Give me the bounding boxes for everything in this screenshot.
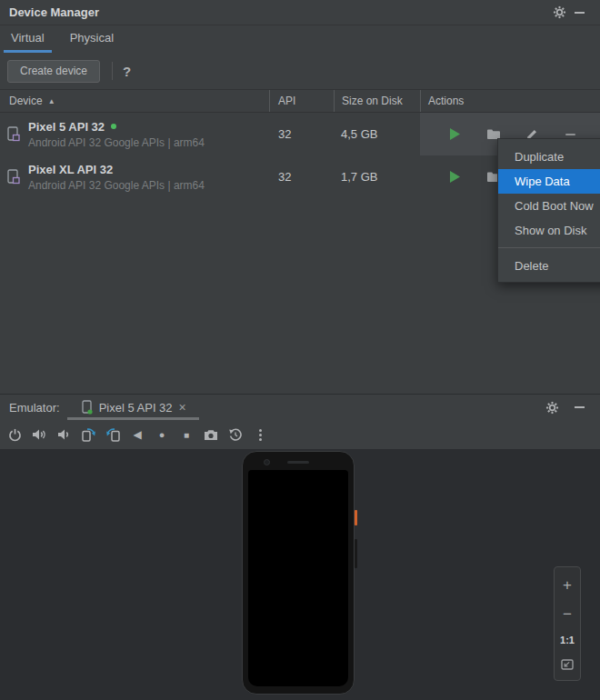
device-table-header: Device ▲ API Size on Disk Actions (0, 89, 600, 113)
zoom-in-button[interactable]: + (563, 577, 572, 593)
device-name: Pixel 5 API 32 (28, 120, 105, 134)
tab-physical-label: Physical (70, 31, 114, 45)
size-cell: 1,7 GB (334, 155, 420, 198)
create-device-button[interactable]: Create device (7, 60, 100, 83)
emulator-panel: Emulator: Pixel 5 API 32 × (0, 394, 600, 700)
device-text: Pixel XL API 32 Android API 32 Google AP… (28, 163, 205, 192)
menu-item-duplicate[interactable]: Duplicate (498, 145, 600, 169)
overview-icon: ■ (184, 430, 189, 440)
column-actions-label: Actions (428, 95, 464, 107)
volume-down-button[interactable] (55, 425, 72, 444)
actual-size-button[interactable]: 1:1 (560, 635, 575, 645)
window-title: Device Manager (9, 5, 549, 19)
volume-down-icon (57, 428, 70, 441)
menu-separator (498, 247, 600, 248)
menu-item-wipe-data[interactable]: Wipe Data (498, 169, 600, 194)
emulator-tab-title: Pixel 5 API 32 (99, 401, 173, 415)
rotate-clockwise-icon (105, 427, 121, 442)
emulator-device-icon (82, 400, 93, 415)
rotate-counterclockwise-button[interactable] (80, 425, 96, 444)
back-icon: ◀ (133, 428, 141, 441)
back-button[interactable]: ◀ (129, 425, 145, 444)
column-header-api[interactable]: API (269, 90, 334, 112)
play-icon (450, 128, 461, 140)
emulator-label: Emulator: (9, 401, 60, 415)
size-cell: 4,5 GB (334, 113, 420, 155)
running-status-dot (111, 124, 116, 129)
phone-power-button (355, 510, 357, 525)
emulator-toolbar: ◀ ● ■ (0, 420, 600, 449)
menu-item-delete[interactable]: Delete (498, 254, 600, 278)
take-screenshot-button[interactable] (203, 425, 219, 444)
phone-volume-button (355, 539, 357, 568)
gear-icon (553, 5, 566, 19)
menu-item-show-on-disk[interactable]: Show on Disk (498, 218, 600, 243)
device-manager-titlebar: Device Manager (0, 0, 600, 25)
launch-button[interactable] (448, 170, 463, 185)
volume-up-button[interactable] (31, 425, 47, 444)
volume-up-icon (32, 428, 46, 441)
api-cell: 32 (269, 113, 334, 155)
device-cell: Pixel 5 API 32 Android API 32 Google API… (0, 113, 269, 155)
device-name: Pixel XL API 32 (28, 163, 113, 176)
emulator-tab-pixel5[interactable]: Pixel 5 API 32 × (67, 395, 199, 420)
column-header-actions[interactable]: Actions (420, 90, 600, 112)
minimize-icon (575, 406, 585, 408)
gear-icon (545, 401, 559, 415)
emulator-settings-button[interactable] (542, 397, 562, 417)
minimize-icon (575, 12, 585, 14)
settings-button[interactable] (549, 3, 569, 23)
sort-ascending-icon: ▲ (48, 97, 55, 105)
fit-to-window-icon (561, 659, 574, 670)
play-icon (450, 171, 461, 183)
launch-button[interactable] (448, 127, 463, 142)
column-header-size[interactable]: Size on Disk (334, 90, 420, 112)
column-size-label: Size on Disk (342, 95, 403, 107)
device-context-menu: Duplicate Wipe Data Cold Boot Now Show o… (497, 138, 600, 283)
rotate-counterclockwise-icon (81, 427, 96, 442)
menu-item-cold-boot-now[interactable]: Cold Boot Now (498, 194, 600, 218)
column-device-label: Device (9, 95, 43, 107)
device-manager-toolbar: Create device ? (0, 53, 600, 89)
power-button[interactable] (6, 425, 23, 444)
camera-icon (204, 429, 218, 441)
minimize-button[interactable] (569, 3, 589, 23)
tab-virtual-label: Virtual (11, 31, 45, 45)
device-details: Android API 32 Google APIs | arm64 (28, 136, 205, 149)
device-cell: Pixel XL API 32 Android API 32 Google AP… (0, 155, 269, 198)
toolbar-divider (112, 62, 113, 80)
kebab-menu-icon (259, 429, 262, 441)
phone-camera-icon (264, 459, 270, 465)
emulator-zoom-controls: + − 1:1 (554, 566, 581, 681)
column-api-label: API (278, 95, 295, 107)
virtual-device-icon (7, 126, 21, 142)
overview-button[interactable]: ■ (178, 425, 195, 444)
virtual-device-icon (7, 169, 21, 185)
fit-to-window-button[interactable] (561, 659, 574, 670)
snapshots-button[interactable] (227, 425, 244, 444)
home-icon: ● (159, 429, 165, 440)
help-icon[interactable]: ? (123, 64, 131, 79)
device-details: Android API 32 Google APIs | arm64 (28, 179, 205, 192)
device-text: Pixel 5 API 32 Android API 32 Google API… (28, 120, 205, 149)
home-button[interactable]: ● (154, 425, 170, 444)
column-header-device[interactable]: Device ▲ (0, 90, 269, 112)
emulator-minimize-button[interactable] (569, 397, 589, 417)
rotate-clockwise-button[interactable] (105, 425, 121, 444)
snapshots-icon (228, 427, 243, 442)
tab-virtual[interactable]: Virtual (11, 25, 45, 50)
zoom-out-button[interactable]: − (563, 606, 572, 622)
device-manager-tabs: Virtual Physical (0, 25, 600, 53)
emulator-header: Emulator: Pixel 5 API 32 × (0, 395, 600, 420)
more-actions-icon (565, 134, 575, 135)
api-cell: 32 (269, 155, 334, 198)
close-tab-icon[interactable]: × (179, 401, 186, 414)
emulator-phone-frame (242, 451, 355, 695)
more-options-button[interactable] (252, 425, 268, 444)
phone-speaker-icon (287, 461, 309, 464)
tab-physical[interactable]: Physical (70, 25, 114, 50)
power-icon (8, 428, 22, 442)
device-manager-window: { "window": { "title": "Device Manager",… (0, 0, 600, 700)
emulator-display-area: + − 1:1 (0, 449, 600, 700)
emulator-phone-screen[interactable] (248, 470, 348, 686)
